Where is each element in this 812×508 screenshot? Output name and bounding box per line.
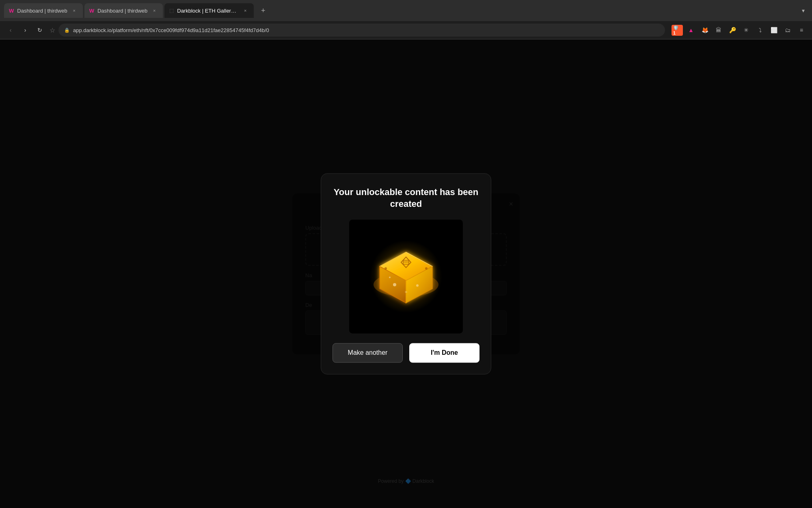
tab-3[interactable]: ⬚ Darkblock | ETH Gallery | Kiwi N... × <box>164 3 254 18</box>
tab-2-close[interactable]: × <box>151 7 158 14</box>
tab-1[interactable]: W Dashboard | thirdweb × <box>4 3 83 18</box>
cube-container <box>349 220 463 334</box>
extension-3-icon[interactable]: 🔑 <box>727 24 738 36</box>
tab-list-button[interactable]: ▾ <box>799 6 808 15</box>
bookmark-button[interactable]: ☆ <box>50 26 55 34</box>
tab-1-close[interactable]: × <box>71 7 78 14</box>
extension-2-icon[interactable]: 🏛 <box>713 24 724 36</box>
back-button[interactable]: ‹ <box>5 24 16 36</box>
tab-2-label: Dashboard | thirdweb <box>97 8 147 14</box>
brave-badge: 🛡️1 <box>672 25 683 36</box>
lock-icon: 🔒 <box>64 28 70 33</box>
new-tab-button[interactable]: + <box>257 4 269 17</box>
cube-glow <box>369 240 443 313</box>
forward-button[interactable]: › <box>19 24 31 36</box>
tab-1-icon: W <box>9 8 14 14</box>
make-another-button[interactable]: Make another <box>333 343 403 363</box>
tab-2[interactable]: W Dashboard | thirdweb × <box>84 3 163 18</box>
success-modal: Your unlockable content has been created <box>321 173 491 374</box>
done-button[interactable]: I'm Done <box>409 343 479 363</box>
extension-5-icon[interactable]: ⤵ <box>754 24 766 36</box>
tab-3-close[interactable]: × <box>242 7 249 14</box>
refresh-button[interactable]: ↻ <box>34 24 45 36</box>
tab-3-label: Darkblock | ETH Gallery | Kiwi N... <box>177 8 238 14</box>
extension-4-icon[interactable]: ✳ <box>741 24 752 36</box>
address-bar[interactable]: 🔒 app.darkblock.io/platform/eth/nft/0x7c… <box>58 24 665 37</box>
browser-titlebar: W Dashboard | thirdweb × W Dashboard | t… <box>0 0 812 21</box>
sidebar-icon[interactable]: ⬜ <box>768 24 780 36</box>
success-title: Your unlockable content has been created <box>333 187 479 210</box>
tab-3-icon: ⬚ <box>169 8 174 13</box>
powered-by: Powered by 🔷 Darkblock <box>378 478 434 484</box>
tab-1-label: Dashboard | thirdweb <box>17 8 67 14</box>
extension-1-icon[interactable]: 🦊 <box>699 24 710 36</box>
toolbar-right: 🛡️1 ▲ 🦊 🏛 🔑 ✳ ⤵ ⬜ 🗂 ≡ <box>672 24 807 36</box>
browser-chrome: W Dashboard | thirdweb × W Dashboard | t… <box>0 0 812 39</box>
buttons-row: Make another I'm Done <box>333 343 479 363</box>
url-text: app.darkblock.io/platform/eth/nft/0x7cce… <box>73 27 659 33</box>
browser-toolbar: ‹ › ↻ ☆ 🔒 app.darkblock.io/platform/eth/… <box>0 21 812 39</box>
wallet-icon[interactable]: 🗂 <box>782 24 793 36</box>
page-content: × Create Unlockable Content Upload a fil… <box>0 39 812 508</box>
menu-icon[interactable]: ≡ <box>796 24 807 36</box>
tab-2-icon: W <box>89 8 94 14</box>
brave-shield-icon[interactable]: 🛡️1 <box>672 24 683 36</box>
alert-icon[interactable]: ▲ <box>685 24 697 36</box>
